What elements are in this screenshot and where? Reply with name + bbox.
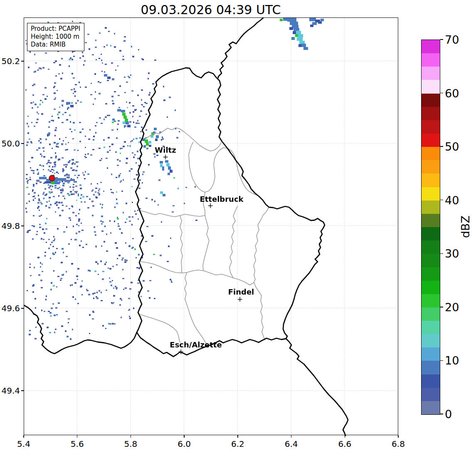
x-tick-label: 6.6 (338, 439, 351, 449)
colorbar-band (422, 361, 440, 374)
y-tick-mark (21, 226, 24, 226)
colorbar-band (422, 281, 440, 294)
map-plot-area (24, 17, 398, 435)
colorbar-tick-label: 30 (445, 247, 459, 260)
x-tick-mark (184, 435, 184, 438)
colorbar-tick-label: 20 (445, 300, 459, 313)
dbz-colorbar (421, 40, 440, 415)
y-tick-mark (21, 390, 24, 391)
colorbar-tick-mark (440, 39, 443, 40)
colorbar-band (422, 240, 440, 254)
city-marker-icon: + (207, 201, 213, 210)
colorbar-band (422, 107, 440, 120)
colorbar-axis-label: dBZ (459, 216, 472, 238)
radar-site-dot (49, 175, 55, 181)
y-tick-label: 49.6 (1, 303, 20, 313)
colorbar-tick-mark (440, 146, 443, 146)
colorbar-tick-label: 60 (445, 87, 459, 99)
colorbar-band (422, 374, 440, 388)
colorbar-tick-label: 0 (445, 408, 452, 421)
colorbar-tick-mark (440, 360, 443, 361)
x-tick-label: 6.0 (178, 439, 191, 449)
colorbar-band (422, 388, 440, 401)
colorbar-band (422, 160, 440, 173)
colorbar-band (422, 40, 440, 53)
colorbar-band (422, 67, 440, 80)
y-tick-mark (21, 61, 24, 61)
colorbar-band (422, 294, 440, 307)
country-borders-svg (24, 18, 397, 434)
x-tick-mark (23, 435, 24, 438)
radar-figure: 09.03.2026 04:39 UTC Product: PCAPPI Hei… (0, 0, 476, 451)
district-border-11 (206, 143, 221, 151)
y-tick-label: 49.8 (1, 221, 20, 231)
y-tick-label: 50.2 (1, 56, 20, 66)
colorbar-band (422, 321, 440, 334)
y-tick-label: 49.4 (1, 386, 20, 396)
colorbar-tick-label: 50 (445, 140, 459, 153)
city-marker-icon: + (163, 153, 168, 161)
colorbar-tick-mark (440, 93, 443, 93)
x-tick-label: 6.4 (285, 439, 298, 449)
x-tick-mark (237, 435, 238, 438)
colorbar-tick-label: 70 (445, 33, 459, 46)
district-border-12 (180, 216, 183, 273)
city-marker-icon: + (178, 347, 184, 356)
colorbar-band (422, 53, 440, 67)
x-tick-label: 6.2 (231, 439, 244, 449)
colorbar-band (422, 94, 440, 107)
city-label-ettelbruck: Ettelbruck (200, 195, 243, 203)
neighbor-country-border-1 (24, 305, 137, 354)
x-tick-label: 6.8 (392, 439, 405, 449)
colorbar-band (422, 347, 440, 361)
colorbar-band (422, 227, 440, 240)
colorbar-band (422, 187, 440, 201)
neighbor-country-border-0 (218, 18, 263, 78)
district-border-9 (229, 206, 237, 278)
colorbar-tick-mark (440, 307, 443, 307)
figure-title: 09.03.2026 04:39 UTC (141, 2, 281, 17)
colorbar-band (422, 401, 440, 414)
x-tick-mark (77, 435, 77, 438)
x-tick-label: 5.8 (124, 439, 138, 449)
colorbar-band (422, 120, 440, 134)
district-border-2 (140, 211, 205, 217)
x-tick-label: 5.6 (71, 439, 84, 449)
colorbar-band (422, 334, 440, 347)
colorbar-band (422, 267, 440, 280)
district-border-1 (189, 142, 256, 195)
colorbar-band (422, 134, 440, 147)
district-border-5 (187, 270, 255, 285)
colorbar-band (422, 173, 440, 187)
district-border-7 (254, 282, 265, 340)
district-border-10 (141, 315, 180, 342)
x-tick-label: 5.4 (17, 439, 30, 449)
neighbor-country-border-2 (286, 339, 348, 436)
y-tick-mark (21, 143, 24, 144)
colorbar-tick-label: 40 (445, 193, 459, 206)
colorbar-tick-mark (440, 414, 443, 414)
product-info-box: Product: PCAPPI Height: 1000 m Data: RMI… (27, 23, 84, 51)
district-border-6 (185, 273, 207, 344)
y-tick-label: 50.0 (1, 139, 20, 149)
x-tick-mark (291, 435, 291, 438)
district-border-4 (141, 262, 187, 273)
colorbar-band (422, 80, 440, 93)
colorbar-band (422, 147, 440, 160)
info-data-source: Data: RMIB (31, 41, 80, 49)
info-height: Height: 1000 m (31, 33, 80, 41)
district-border-8 (254, 207, 269, 279)
x-tick-mark (345, 435, 345, 438)
city-marker-icon: + (237, 295, 243, 303)
colorbar-tick-mark (440, 200, 443, 200)
colorbar-band (422, 254, 440, 267)
colorbar-band (422, 214, 440, 227)
colorbar-band (422, 201, 440, 214)
x-tick-mark (398, 435, 398, 438)
info-product: Product: PCAPPI (31, 25, 80, 33)
colorbar-tick-mark (440, 253, 443, 254)
luxembourg-border (136, 68, 325, 357)
colorbar-tick-label: 10 (445, 354, 459, 367)
colorbar-band (422, 307, 440, 321)
x-tick-mark (131, 435, 131, 438)
